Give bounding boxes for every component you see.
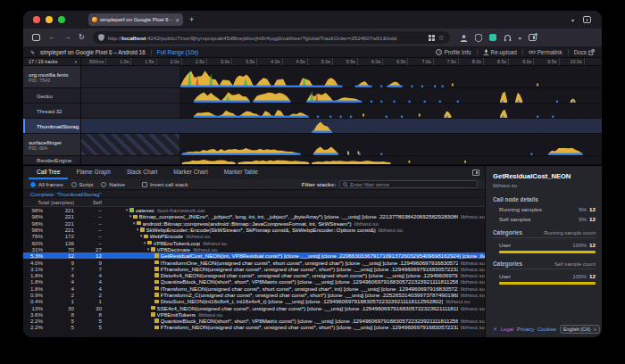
profile-info-button[interactable]: iProfile Info bbox=[436, 49, 471, 55]
track-activity-chart[interactable] bbox=[81, 134, 602, 155]
track-name: RenderEngine bbox=[37, 157, 79, 163]
timeline-ruler-ticks[interactable]: 500ms1.0s1.5s2.0s2.5s3.0s3.5s4.0s4.5s5.0… bbox=[81, 58, 602, 65]
tab-marker-chart[interactable]: Marker Chart bbox=[165, 166, 215, 179]
panel-tabs: Call TreeFlame GraphStack ChartMarker Ch… bbox=[23, 166, 485, 179]
url-bar[interactable]: http://localhost:4242/public/7zxsr9jhyrv… bbox=[93, 31, 450, 44]
panel-sidebar-toggle-icon[interactable] bbox=[472, 170, 479, 176]
table-row[interactable]: 5.3%1212GetResidualCost_NEON(int, VP8Res… bbox=[23, 252, 485, 259]
library-name: libhwui.so bbox=[461, 318, 485, 324]
account-icon[interactable] bbox=[460, 34, 468, 42]
browser-tab[interactable]: simpleperf on Google Pixel 6 - / ✕ bbox=[88, 13, 183, 26]
table-row[interactable]: 2.2%55FTransform_NEON(unsigned char cons… bbox=[23, 324, 485, 330]
extensions-grid-icon[interactable] bbox=[429, 35, 435, 41]
downloads-tray-icon[interactable] bbox=[583, 16, 591, 23]
track-row-surfaceflinger[interactable]: surfaceflingerPID: 604 bbox=[23, 134, 602, 156]
reupload-button[interactable]: Re-upload bbox=[483, 49, 517, 55]
total-column-header[interactable]: Total (samples) bbox=[23, 200, 77, 205]
track-label[interactable]: Thread-32 bbox=[23, 103, 81, 118]
permalink-button[interactable]: Permalink bbox=[529, 49, 562, 55]
filter-input[interactable]: Enter filter terms bbox=[339, 180, 478, 188]
table-row[interactable]: 98%221–▼SkWebpEncoder::Encode(SkWStream*… bbox=[23, 227, 485, 233]
breadcrumb-item[interactable]: Complete “ThumbnailStorag” bbox=[30, 191, 101, 197]
tab-close-icon[interactable]: ✕ bbox=[175, 17, 179, 23]
table-row[interactable]: 3.1%77FTransform_NEON(unsigned char cons… bbox=[23, 266, 485, 272]
table-row[interactable]: 13%3030SSE4x4_NEON(unsigned char const*,… bbox=[23, 304, 485, 310]
table-row[interactable]: 0.9%22FTransform2_C(unsigned char const*… bbox=[23, 292, 485, 298]
close-window-button[interactable] bbox=[33, 16, 40, 23]
language-select[interactable]: English (CA)▼ bbox=[560, 325, 600, 334]
radio-script[interactable]: Script bbox=[71, 181, 94, 187]
tab-marker-table[interactable]: Marker Table bbox=[216, 166, 266, 179]
new-tab-button[interactable]: + bbox=[189, 16, 194, 24]
full-range-button[interactable]: Full Range (10s) bbox=[157, 49, 199, 55]
shield-icon[interactable] bbox=[98, 34, 104, 41]
forward-icon[interactable]: → bbox=[63, 34, 71, 41]
close-icon[interactable]: ✕ bbox=[493, 327, 497, 332]
reload-icon[interactable]: ↻ bbox=[79, 34, 85, 41]
radio-all-frames[interactable]: All frames bbox=[30, 181, 63, 187]
table-row[interactable]: 31%7027▼VP8Decimatelibhwui.so bbox=[23, 246, 485, 252]
tab-call-tree[interactable]: Call Tree bbox=[29, 166, 68, 179]
tab-list-chevron-icon[interactable]: ▾ bbox=[571, 17, 574, 23]
self-column-header[interactable]: Self bbox=[77, 200, 104, 205]
headphones-icon[interactable] bbox=[504, 34, 512, 42]
track-activity-chart[interactable] bbox=[81, 119, 602, 133]
edit-metadata-icon[interactable]: ✎ bbox=[30, 49, 35, 55]
docs-link[interactable]: Docs bbox=[574, 49, 595, 55]
track-chart-area[interactable] bbox=[81, 103, 602, 118]
track-row-renderengine[interactable]: RenderEngine bbox=[23, 156, 602, 165]
library-name: libhwui.so bbox=[193, 246, 217, 252]
track-label[interactable]: Gecko bbox=[23, 88, 81, 103]
track-chart-area[interactable] bbox=[81, 119, 602, 133]
track-row-thread-32[interactable]: Thread-32 bbox=[23, 103, 602, 119]
profile-name[interactable]: simpleperf on Google Pixel 6 – Android 1… bbox=[40, 49, 146, 55]
tracks-count-dropdown[interactable]: 17 / 19 tracks ▾ bbox=[23, 58, 81, 65]
track-activity-chart[interactable] bbox=[81, 156, 602, 164]
track-chart-area[interactable] bbox=[81, 156, 602, 164]
tab-flame-graph[interactable]: Flame Graph bbox=[68, 166, 118, 179]
chevron-down-icon[interactable]: ▾ bbox=[519, 35, 521, 41]
track-activity-chart[interactable] bbox=[81, 88, 602, 103]
table-row[interactable]: 98%221–▼Bitmap_compress(_JNIEnv*, _jobje… bbox=[23, 213, 485, 219]
table-row[interactable]: 4.0%99ITransformOne_NEON(unsigned char c… bbox=[23, 259, 485, 265]
extension-shield-icon[interactable] bbox=[475, 34, 482, 42]
track-label[interactable]: RenderEngine bbox=[23, 156, 81, 164]
zoom-window-button[interactable] bbox=[58, 16, 65, 23]
track-activity-chart[interactable] bbox=[81, 103, 602, 118]
table-row[interactable]: 0.4%11DistoSum_NEON(int16x8x4_t, int16x4… bbox=[23, 298, 485, 304]
legal-link[interactable]: Legal bbox=[501, 327, 513, 332]
track-row-gecko[interactable]: Gecko bbox=[23, 88, 602, 103]
breadcrumb[interactable]: Complete “ThumbnailStorag” bbox=[23, 190, 485, 198]
table-row[interactable]: 60%136–▼VP8EncTokenLooplibhwui.so bbox=[23, 239, 485, 245]
track-row-org-mozilla-fenix[interactable]: org.mozilla.fenixPID: 7543 bbox=[23, 66, 602, 88]
track-chart-area[interactable] bbox=[81, 134, 602, 155]
table-row[interactable]: 76%172–▼WebPEncodelibhwui.so bbox=[23, 233, 485, 239]
browser-panel-icon[interactable] bbox=[529, 34, 537, 41]
back-icon[interactable]: ← bbox=[48, 34, 55, 41]
table-row[interactable]: 1.8%44QuantizeBlock_NEON(short*, short*,… bbox=[23, 278, 485, 285]
table-row[interactable]: 98%221–▼oatexecboot-framework.oat bbox=[23, 207, 485, 213]
table-row[interactable]: 98%221–▼android::Bitmap::compress(androi… bbox=[23, 220, 485, 227]
table-row[interactable]: 3.6%88VP8EmitTokenslibhwui.so bbox=[23, 311, 485, 318]
track-row-thumbnailstorag[interactable]: ThumbnailStorag bbox=[23, 119, 602, 134]
tab-stack-chart[interactable]: Stack Chart bbox=[119, 166, 165, 179]
table-row[interactable]: 2.2%55QuantizeBlock_NEON(short*, short*,… bbox=[23, 318, 485, 324]
track-chart-area[interactable] bbox=[81, 88, 602, 103]
track-chart-area[interactable] bbox=[81, 66, 602, 87]
bookmark-star-icon[interactable]: ☆ bbox=[438, 34, 445, 42]
track-activity-chart[interactable] bbox=[81, 66, 602, 87]
invert-call-stack-checkbox[interactable]: Invert call stack bbox=[142, 181, 188, 187]
track-label[interactable]: org.mozilla.fenixPID: 7543 bbox=[23, 66, 81, 87]
table-row[interactable]: 1.8%44ITransform_NEON(unsigned char cons… bbox=[23, 285, 485, 292]
table-row[interactable]: 1.8%44Disto4x4_NEON(unsigned char const*… bbox=[23, 272, 485, 278]
track-label[interactable]: ThumbnailStorag bbox=[23, 119, 81, 133]
function-name: android::Bitmap::compress(android::Bitma… bbox=[143, 220, 352, 227]
track-label[interactable]: surfaceflingerPID: 604 bbox=[23, 134, 81, 155]
url-text[interactable]: http://localhost:4242/public/7zxsr9jhyrv… bbox=[108, 35, 425, 41]
radio-native[interactable]: Native bbox=[101, 181, 125, 187]
sidebar-toggle-icon[interactable] bbox=[32, 34, 40, 41]
cookies-link[interactable]: Cookies bbox=[538, 327, 556, 332]
privacy-link[interactable]: Privacy bbox=[517, 327, 534, 332]
extension-teal-icon[interactable] bbox=[489, 34, 496, 41]
minimize-window-button[interactable] bbox=[46, 16, 53, 23]
